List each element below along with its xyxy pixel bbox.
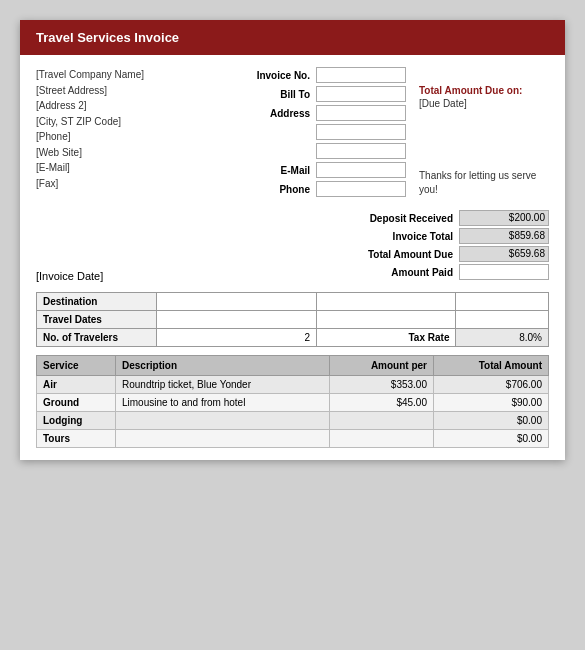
destination-row: Destination <box>37 293 549 311</box>
invoice-date: [Invoice Date] <box>36 270 196 282</box>
tax-rate-label: Tax Rate <box>317 329 456 347</box>
total-due-row-label: Total Amount Due <box>329 249 459 260</box>
trip-table: Destination Travel Dates No. of Traveler… <box>36 292 549 347</box>
service-cell-description <box>115 412 329 430</box>
invoice-no-input[interactable] <box>316 67 406 83</box>
amount-paid-input[interactable] <box>459 264 549 280</box>
company-address2: [Address 2] <box>36 98 196 114</box>
bill-to-label: Bill To <box>206 89 316 100</box>
phone-row: Phone <box>206 181 409 197</box>
amount-paid-row: Amount Paid <box>329 264 549 280</box>
travelers-label: No. of Travelers <box>37 329 157 347</box>
travelers-row: No. of Travelers 2 Tax Rate 8.0% <box>37 329 549 347</box>
destination-label: Destination <box>37 293 157 311</box>
invoice-content: [Travel Company Name] [Street Address] [… <box>20 55 565 460</box>
service-cell-amount_per <box>329 412 433 430</box>
deposit-value: $200.00 <box>459 210 549 226</box>
top-section: [Travel Company Name] [Street Address] [… <box>36 67 549 200</box>
service-cell-total: $90.00 <box>433 394 548 412</box>
service-header-row: Service Description Amount per Total Amo… <box>37 356 549 376</box>
service-cell-amount_per <box>329 430 433 448</box>
company-website: [Web Site] <box>36 145 196 161</box>
service-row: GroundLimousine to and from hotel$45.00$… <box>37 394 549 412</box>
company-phone: [Phone] <box>36 129 196 145</box>
amount-paid-label: Amount Paid <box>329 267 459 278</box>
due-date-value: [Due Date] <box>419 98 467 109</box>
invoice-total-value: $859.68 <box>459 228 549 244</box>
service-row: Tours$0.00 <box>37 430 549 448</box>
travelers-value: 2 <box>157 329 317 347</box>
travel-dates-label: Travel Dates <box>37 311 157 329</box>
company-name: [Travel Company Name] <box>36 67 196 83</box>
header-bar: Travel Services Invoice <box>20 20 565 55</box>
email-input[interactable] <box>316 162 406 178</box>
company-info: [Travel Company Name] [Street Address] [… <box>36 67 196 200</box>
address2-input[interactable] <box>316 124 406 140</box>
email-row: E-Mail <box>206 162 409 178</box>
bill-to-row: Bill To <box>206 86 409 102</box>
address2-row <box>206 124 409 140</box>
service-row: AirRoundtrip ticket, Blue Yonder$353.00$… <box>37 376 549 394</box>
address3-input[interactable] <box>316 143 406 159</box>
invoice-no-label: Invoice No. <box>206 70 316 81</box>
company-street: [Street Address] <box>36 83 196 99</box>
header-title: Travel Services Invoice <box>36 30 179 45</box>
right-col: Total Amount Due on: [Due Date] Thanks f… <box>409 67 549 200</box>
service-table: Service Description Amount per Total Amo… <box>36 355 549 448</box>
invoice-no-row: Invoice No. <box>206 67 409 83</box>
service-cell-amount_per: $45.00 <box>329 394 433 412</box>
service-cell-description: Roundtrip ticket, Blue Yonder <box>115 376 329 394</box>
service-cell-service: Ground <box>37 394 116 412</box>
travel-dates-row: Travel Dates <box>37 311 549 329</box>
invoice-date-col: [Invoice Date] <box>36 210 196 282</box>
tax-rate-value: 8.0% <box>456 329 549 347</box>
service-cell-service: Tours <box>37 430 116 448</box>
invoice-fields: Invoice No. Bill To Address <box>196 67 409 200</box>
total-due-row: Total Amount Due $659.68 <box>329 246 549 262</box>
travel-dates-value[interactable] <box>157 311 317 329</box>
service-cell-description <box>115 430 329 448</box>
deposit-label: Deposit Received <box>329 213 459 224</box>
service-row: Lodging$0.00 <box>37 412 549 430</box>
service-cell-amount_per: $353.00 <box>329 376 433 394</box>
address3-row <box>206 143 409 159</box>
service-cell-total: $0.00 <box>433 412 548 430</box>
phone-input[interactable] <box>316 181 406 197</box>
bill-to-input[interactable] <box>316 86 406 102</box>
invoice-total-row: Invoice Total $859.68 <box>329 228 549 244</box>
address-row: Address <box>206 105 409 121</box>
total-due-on-label: Total Amount Due on: <box>419 85 522 96</box>
company-email: [E-Mail] <box>36 160 196 176</box>
email-label: E-Mail <box>206 165 316 176</box>
service-cell-total: $0.00 <box>433 430 548 448</box>
service-header-description: Description <box>115 356 329 376</box>
service-header-amount-per: Amount per <box>329 356 433 376</box>
destination-value[interactable] <box>157 293 317 311</box>
service-cell-description: Limousine to and from hotel <box>115 394 329 412</box>
invoice-page: Travel Services Invoice [Travel Company … <box>20 20 565 460</box>
company-fax: [Fax] <box>36 176 196 192</box>
total-due-value: $659.68 <box>459 246 549 262</box>
mid-invoice-area: [Invoice Date] Deposit Received $200.00 … <box>36 210 549 282</box>
service-cell-service: Lodging <box>37 412 116 430</box>
service-cell-total: $706.00 <box>433 376 548 394</box>
company-city: [City, ST ZIP Code] <box>36 114 196 130</box>
thanks-text: Thanks for letting us serve you! <box>419 169 549 197</box>
service-cell-service: Air <box>37 376 116 394</box>
address-label: Address <box>206 108 316 119</box>
deposit-row: Deposit Received $200.00 <box>329 210 549 226</box>
service-header-total: Total Amount <box>433 356 548 376</box>
service-header-service: Service <box>37 356 116 376</box>
invoice-total-label: Invoice Total <box>329 231 459 242</box>
address-input[interactable] <box>316 105 406 121</box>
right-summary: Deposit Received $200.00 Invoice Total $… <box>196 210 549 282</box>
phone-label: Phone <box>206 184 316 195</box>
